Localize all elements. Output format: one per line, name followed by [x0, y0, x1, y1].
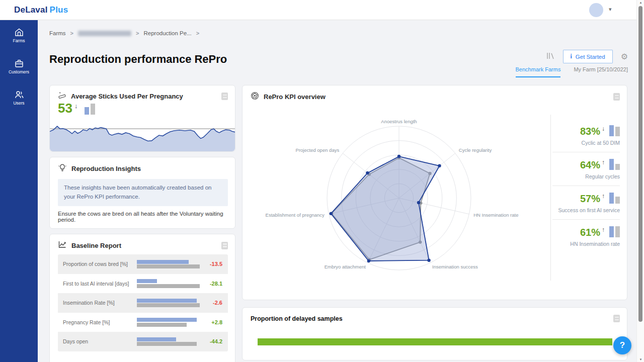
logo-primary: DeLaval [14, 5, 48, 15]
trend-up-icon: ↑ [602, 226, 605, 233]
kpi-value: 83% [580, 126, 600, 136]
trend-down-icon: ↓ [602, 125, 605, 132]
tab-my-farm[interactable]: My Farm [25/10/2022] [574, 66, 628, 77]
sidebar-item-users[interactable]: Users [0, 85, 38, 110]
toolbar: i Get Started ⚙ [546, 50, 628, 63]
insights-message: Ensure the cows are bred on all heats af… [58, 211, 229, 223]
logo-secondary: Plus [50, 5, 68, 15]
blue-bar [137, 299, 197, 303]
insights-card: Reproduction Insights These insights hav… [49, 157, 235, 229]
baseline-row-label: Proportion of cows bred [%] [63, 260, 133, 267]
blue-bar [137, 260, 189, 264]
card-panel-icon[interactable] [221, 242, 228, 249]
radar-axis-label: Insemination success [432, 264, 478, 269]
baseline-row: Proportion of cows bred [%]-13.5 [58, 254, 228, 274]
avg-sticks-value: 53 [58, 102, 72, 115]
mini-bars [609, 125, 620, 136]
blue-mini-bar [609, 125, 614, 136]
info-icon: i [571, 53, 572, 60]
grey-mini-bar [615, 127, 620, 136]
card-panel-icon[interactable] [613, 315, 620, 322]
mini-bars [609, 159, 620, 170]
insights-notice: These insights have been automatically c… [58, 179, 228, 206]
kpi-value: 61% [580, 227, 600, 237]
card-panel-icon[interactable] [221, 93, 228, 100]
sidebar-item-label: Farms [0, 38, 38, 43]
baseline-row-bars [137, 279, 200, 289]
divider [550, 115, 551, 281]
sidebar-item-farms[interactable]: Farms [0, 23, 38, 47]
get-started-button[interactable]: i Get Started [563, 50, 613, 63]
tab-bar: Benchmark Farms My Farm [25/10/2022] [516, 66, 628, 77]
sidebar-item-label: Customers [0, 69, 38, 74]
trend-down-icon: ↓ [74, 102, 78, 110]
grey-bar [137, 303, 200, 307]
baseline-row-bars [137, 259, 200, 269]
kpi-value: 64% [580, 160, 600, 170]
scroll-up-icon[interactable]: ▲ [637, 1, 644, 4]
breadcrumb: Farms > > Reproduction Pe... > [49, 30, 199, 36]
avg-sticks-card: Average Sticks Used Per Pregnancy 53 ↓ [49, 85, 235, 152]
scrollbar-thumb[interactable] [638, 6, 642, 322]
card-title: Proportion of delayed samples [251, 315, 343, 322]
baseline-row-bars [137, 317, 200, 328]
line-chart-icon [58, 240, 67, 250]
trend-up-icon: ↑ [602, 159, 605, 166]
radar-axis-label: Embryo attachment [325, 264, 366, 269]
kpi-overview-card: RePro KPI overview Anoestrus lengthCycle… [242, 85, 627, 300]
kpi-block: 57%↑Success on first AI service [552, 186, 620, 219]
delayed-samples-bar [258, 338, 612, 345]
help-button[interactable]: ? [613, 336, 631, 354]
blue-mini-bar [609, 193, 614, 204]
kpi-label: HN Insemination rate [552, 241, 620, 247]
chevron-right-icon: > [196, 30, 199, 36]
tab-benchmark-farms[interactable]: Benchmark Farms [516, 66, 561, 77]
baseline-report-card: Baseline Report Proportion of cows bred … [49, 234, 235, 362]
radar-chart: Anoestrus lengthCycle regularityHN Insem… [243, 85, 550, 301]
blue-bar [137, 337, 176, 341]
library-icon[interactable] [546, 52, 555, 62]
blue-mini-bar [609, 159, 614, 170]
breadcrumb-item-repro[interactable]: Reproduction Pe... [143, 30, 191, 36]
vertical-scrollbar[interactable]: ▲ ▼ [636, 0, 644, 362]
lightbulb-icon [58, 163, 67, 174]
mini-bars [609, 226, 620, 237]
grey-mini-bar [615, 226, 620, 237]
chevron-right-icon: > [70, 30, 73, 36]
trend-up-icon: ↑ [602, 193, 605, 200]
kpi-label: Cyclic at 50 DIM [552, 140, 620, 146]
users-icon [0, 90, 38, 99]
gear-icon[interactable]: ⚙ [621, 52, 628, 61]
mini-bars [609, 193, 620, 204]
chevron-right-icon: > [136, 30, 139, 36]
chevron-down-icon[interactable]: ▾ [609, 6, 612, 13]
top-bar: DeLavalPlus ▾ [0, 0, 644, 20]
avatar[interactable] [589, 3, 603, 17]
baseline-row-value: -28.1 [200, 281, 222, 287]
blue-bar [137, 318, 197, 322]
baseline-row-label: Pregnancy Rate [%] [63, 319, 133, 326]
barn-icon [0, 28, 38, 37]
baseline-row-value: -13.5 [200, 261, 222, 267]
radar-axis-label: HN Insemination rate [473, 212, 518, 218]
blue-mini-bar [609, 226, 614, 237]
baseline-row-label: First to last AI interval [days] [63, 280, 133, 287]
app-logo[interactable]: DeLavalPlus [14, 5, 68, 15]
kpi-block: 61%↑HN Insemination rate [552, 219, 620, 253]
grey-mini-bar [91, 104, 95, 115]
kpi-label: Regular cycles [552, 173, 620, 179]
card-panel-icon[interactable] [613, 93, 620, 101]
kpi-side-panel: 83%↓Cyclic at 50 DIM64%↑Regular cycles57… [552, 119, 620, 253]
radar-axis-label: Projected open days [296, 147, 340, 153]
baseline-table: Proportion of cows bred [%]-13.5First to… [58, 254, 228, 351]
blue-bar [137, 279, 157, 283]
sidebar-item-customers[interactable]: Customers [0, 54, 38, 78]
main-content: Farms > > Reproduction Pe... > Reproduct… [38, 20, 636, 362]
scroll-down-icon[interactable]: ▼ [637, 358, 644, 361]
kpi-label: Success on first AI service [552, 207, 620, 213]
breadcrumb-item-farms[interactable]: Farms [49, 30, 66, 36]
blue-mini-bar [85, 107, 89, 115]
breadcrumb-item-farm-redacted[interactable] [78, 31, 131, 36]
card-title: Reproduction Insights [71, 165, 141, 172]
kpi-block: 64%↑Regular cycles [552, 152, 620, 186]
